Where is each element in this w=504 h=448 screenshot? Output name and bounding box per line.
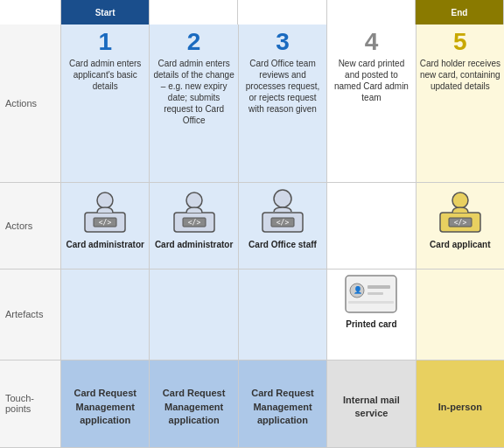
svg-point-7	[186, 192, 202, 208]
step-num-2: 2	[187, 30, 201, 54]
actors-label-text: Actors	[5, 220, 32, 231]
touchpoint-label-3: Card Request Management application	[242, 387, 323, 427]
header-4	[327, 0, 416, 24]
actions-row: 1 Card admin enters applicant's basic de…	[61, 24, 504, 183]
svg-point-15	[452, 192, 468, 208]
svg-text:</>: </>	[276, 219, 290, 227]
svg-text:</>: </>	[99, 219, 112, 227]
actors-row: </> Card administrator </> Ca	[61, 183, 504, 269]
header-corner	[0, 0, 61, 24]
step-desc-5: Card holder receives new card, containin…	[420, 58, 500, 92]
touchpoint-label-4: Internal mail service	[331, 394, 411, 421]
step-num-4: 4	[365, 30, 379, 54]
actions-label: Actions	[0, 24, 60, 183]
step-desc-3: Card Office team reviews and processes r…	[242, 58, 323, 115]
touchpoint-cell-4: Internal mail service	[327, 360, 416, 447]
columns-area: 1 Card admin enters applicant's basic de…	[61, 24, 504, 448]
person-icon-5: </>	[437, 188, 484, 235]
touchpoints-label: Touch-points	[0, 360, 60, 448]
svg-text:</>: </>	[454, 219, 467, 227]
touchpoints-row: Card Request Management application Card…	[61, 360, 504, 448]
artefact-label-4: Printed card	[346, 318, 396, 330]
actor-cell-1: </> Card administrator	[61, 183, 150, 268]
start-label: Start	[95, 8, 116, 18]
step-desc-2: Card admin enters details of the change …	[153, 58, 234, 126]
touchpoint-label-1: Card Request Management application	[65, 387, 145, 427]
printed-card-icon: 👤	[345, 275, 397, 313]
artefacts-row: 👤 Printed card	[61, 270, 504, 360]
actors-label: Actors	[0, 183, 60, 269]
action-cell-1: 1 Card admin enters applicant's basic de…	[61, 24, 150, 182]
actor-name-2: Card administrator	[155, 239, 233, 250]
step-num-1: 1	[98, 30, 112, 54]
person-icon-2: </>	[171, 188, 218, 235]
touchpoint-cell-5: In-person	[416, 360, 504, 447]
artefacts-label-text: Artefacts	[5, 309, 43, 319]
svg-point-3	[97, 192, 113, 208]
main-area: Actions Actors Artefacts Touch-points 1 …	[0, 24, 504, 448]
artefact-cell-1	[61, 270, 150, 360]
header-row: Start End	[0, 0, 504, 24]
svg-rect-18	[368, 285, 390, 289]
step-desc-1: Card admin enters applicant's basic deta…	[65, 58, 145, 92]
header-2	[150, 0, 238, 24]
actor-name-1: Card administrator	[66, 239, 144, 250]
artefact-cell-4: 👤 Printed card	[327, 270, 416, 360]
blueprint-diagram: Start End Actions Actors Artefacts Touch…	[0, 0, 504, 448]
action-cell-5: 5 Card holder receives new card, contain…	[416, 24, 504, 182]
artefacts-label: Artefacts	[0, 270, 60, 360]
touchpoint-label-5: In-person	[438, 401, 482, 414]
person-icon-3: </>	[259, 188, 306, 235]
touchpoint-cell-2: Card Request Management application	[150, 360, 238, 447]
row-labels: Actions Actors Artefacts Touch-points	[0, 24, 61, 448]
person-icon-1: </>	[81, 188, 129, 235]
header-start: Start	[61, 0, 150, 24]
actor-cell-4	[327, 183, 416, 268]
svg-text:👤: 👤	[354, 285, 362, 294]
touchpoint-cell-1: Card Request Management application	[61, 360, 150, 447]
step-desc-4: New card printed and posted to named Car…	[331, 58, 411, 103]
artefact-cell-3	[239, 270, 327, 360]
actor-cell-5: </> Card applicant	[416, 183, 504, 268]
touchpoint-cell-3: Card Request Management application	[239, 360, 327, 447]
actions-label-text: Actions	[5, 98, 37, 108]
step-num-3: 3	[276, 30, 290, 54]
action-cell-4: 4 New card printed and posted to named C…	[327, 24, 416, 182]
header-3	[238, 0, 326, 24]
actor-cell-3: </> Card Office staff	[239, 183, 327, 268]
svg-point-11	[274, 190, 291, 207]
end-label: End	[451, 8, 467, 18]
action-cell-2: 2 Card admin enters details of the chang…	[150, 24, 238, 182]
actor-cell-2: </> Card administrator	[150, 183, 238, 268]
artefact-cell-5	[416, 270, 504, 360]
touchpoints-label-text: Touch-points	[5, 393, 34, 414]
svg-rect-20	[348, 301, 394, 304]
step-num-5: 5	[453, 30, 467, 54]
actor-name-3: Card Office staff	[248, 239, 317, 250]
artefact-cell-2	[150, 270, 238, 360]
header-end: End	[416, 0, 504, 24]
actor-name-5: Card applicant	[430, 239, 490, 250]
svg-rect-19	[368, 292, 383, 295]
action-cell-3: 3 Card Office team reviews and processes…	[239, 24, 327, 182]
touchpoint-label-2: Card Request Management application	[153, 387, 234, 427]
svg-text:</>: </>	[187, 219, 200, 227]
